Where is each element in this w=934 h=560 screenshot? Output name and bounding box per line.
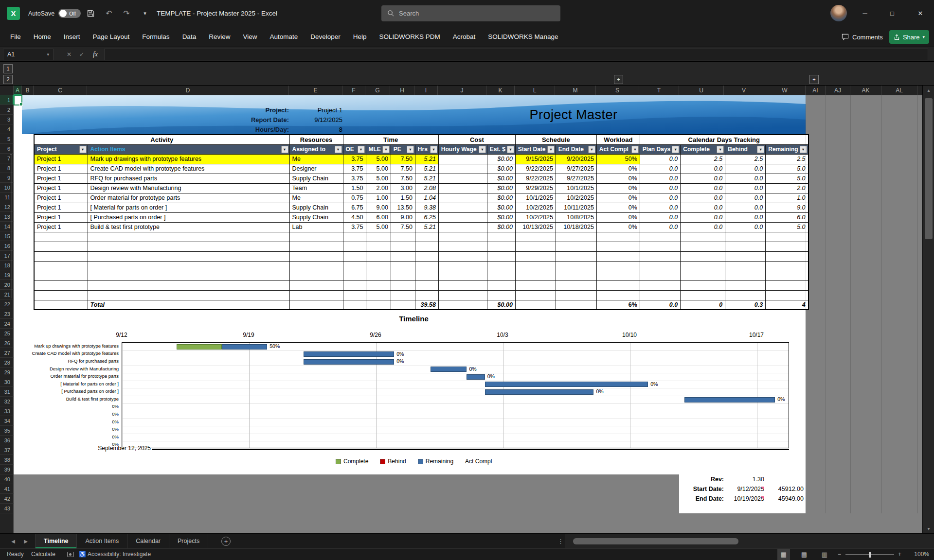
cell-empty[interactable] — [438, 271, 487, 280]
cell-empty[interactable] — [34, 232, 88, 242]
column-header-M[interactable]: M — [555, 86, 596, 95]
cell-mle[interactable]: 5.00 — [366, 222, 391, 232]
filter-dropdown-icon[interactable]: ▼ — [430, 146, 437, 153]
cell-empty[interactable] — [438, 290, 487, 300]
page-break-view-icon[interactable]: ▥ — [818, 549, 831, 560]
cell-remaining[interactable]: 5.0 — [766, 174, 808, 183]
cell-hrs[interactable]: 5.21 — [415, 154, 438, 164]
project-table[interactable]: ActivityResourcesTimeCostScheduleWorkloa… — [34, 134, 809, 310]
column-header-T[interactable]: T — [639, 86, 679, 95]
cell-est[interactable]: $0.00 — [487, 203, 515, 212]
cell-empty[interactable] — [487, 261, 515, 271]
cell-empty[interactable] — [88, 261, 289, 271]
cell-pe[interactable]: 13.50 — [391, 203, 415, 212]
cell-oe[interactable]: 3.75 — [343, 174, 366, 183]
customize-toolbar-button[interactable]: ▾ — [138, 0, 152, 27]
column-filter-header-project[interactable]: Project▼ — [34, 144, 88, 154]
gantt-bar-remaining[interactable] — [485, 382, 648, 387]
cell-empty[interactable] — [487, 232, 515, 242]
row-header-42[interactable]: 42 — [0, 494, 14, 504]
cell-empty[interactable] — [725, 251, 766, 261]
cell-hourly_wage[interactable] — [438, 203, 487, 212]
cell-plan_days[interactable]: 0.0 — [640, 212, 680, 222]
column-header-F[interactable]: F — [342, 86, 365, 95]
cell-pe[interactable]: 9.00 — [391, 212, 415, 222]
active-cell-selection[interactable] — [14, 95, 22, 105]
cell-empty[interactable] — [681, 251, 725, 261]
column-filter-header-est[interactable]: Est. $▼ — [487, 144, 515, 154]
cell-empty[interactable] — [415, 251, 438, 261]
total-remaining[interactable]: 4 — [766, 300, 808, 310]
cell-empty[interactable] — [515, 232, 556, 242]
cell-activity[interactable]: Order material for prototype parts — [88, 193, 289, 203]
rev-label[interactable]: Rev: — [679, 476, 724, 483]
row-header-32[interactable]: 32 — [0, 397, 14, 406]
cell-project[interactable]: Project 1 — [34, 222, 88, 232]
column-filter-header-remaining[interactable]: Remaining▼ — [766, 144, 808, 154]
cell-empty[interactable] — [415, 290, 438, 300]
ribbon-tab-file[interactable]: File — [4, 27, 27, 47]
ribbon-tab-developer[interactable]: Developer — [304, 27, 347, 47]
column-filter-header-pe[interactable]: PE▼ — [391, 144, 415, 154]
cell-empty[interactable] — [515, 261, 556, 271]
filter-dropdown-icon[interactable]: ▼ — [335, 146, 342, 153]
ribbon-tab-automate[interactable]: Automate — [263, 27, 304, 47]
column-filter-header-oe[interactable]: OE▼ — [343, 144, 366, 154]
save-button[interactable] — [84, 0, 97, 27]
cell-empty[interactable] — [487, 290, 515, 300]
cell-est[interactable]: $0.00 — [487, 174, 515, 183]
cell-empty[interactable] — [681, 242, 725, 251]
previous-sheet-button[interactable]: ◀ — [8, 534, 18, 549]
cell-empty[interactable] — [640, 271, 680, 280]
cell-empty[interactable] — [343, 271, 366, 280]
cell-pe[interactable]: 7.50 — [391, 164, 415, 174]
cell-project[interactable]: Project 1 — [34, 203, 88, 212]
column-header-U[interactable]: U — [679, 86, 724, 95]
row-header-1[interactable]: 1 — [0, 95, 14, 105]
cell-remaining[interactable]: 5.0 — [766, 164, 808, 174]
cell-empty[interactable] — [415, 232, 438, 242]
cell-remaining[interactable]: 6.0 — [766, 212, 808, 222]
cell-empty[interactable] — [438, 261, 487, 271]
cell-empty[interactable] — [415, 271, 438, 280]
cell-assigned_to[interactable]: Me — [289, 193, 343, 203]
column-header-A[interactable]: A — [14, 86, 22, 95]
cell-hourly_wage[interactable] — [438, 154, 487, 164]
cell-empty[interactable] — [438, 242, 487, 251]
cell-assigned_to[interactable]: Supply Chain — [289, 174, 343, 183]
cell-activity[interactable]: [ Material for parts on order ] — [88, 203, 289, 212]
ribbon-tab-formulas[interactable]: Formulas — [136, 27, 176, 47]
row-header-40[interactable]: 40 — [0, 474, 14, 484]
table-group-header-resources[interactable]: Resources — [289, 135, 343, 144]
cell-remaining[interactable]: 2.5 — [766, 154, 808, 164]
cell-oe[interactable]: 3.75 — [343, 222, 366, 232]
row-header-2[interactable]: 2 — [0, 105, 14, 115]
cell-empty[interactable] — [640, 280, 680, 290]
cell-empty[interactable] — [640, 232, 680, 242]
formula-input[interactable] — [104, 49, 928, 60]
scroll-up-icon[interactable]: ▴ — [923, 88, 934, 93]
column-header-G[interactable]: G — [365, 86, 390, 95]
cell-empty[interactable] — [766, 261, 808, 271]
cell-empty[interactable] — [725, 290, 766, 300]
cell-empty[interactable] — [88, 290, 289, 300]
cell-mle[interactable]: 5.00 — [366, 154, 391, 164]
column-filter-header-complete[interactable]: Complete▼ — [681, 144, 725, 154]
cell-assigned_to[interactable]: Lab — [289, 222, 343, 232]
cell-plan_days[interactable]: 0.0 — [640, 193, 680, 203]
cell-project[interactable]: Project 1 — [34, 154, 88, 164]
cell-end[interactable]: 10/18/2025 — [556, 222, 596, 232]
cell-hourly_wage[interactable] — [438, 164, 487, 174]
row-header-27[interactable]: 27 — [0, 348, 14, 358]
cell-assigned_to[interactable]: Supply Chain — [289, 203, 343, 212]
zoom-slider-knob[interactable] — [869, 552, 871, 558]
filter-dropdown-icon[interactable]: ▼ — [757, 146, 764, 153]
cell-plan_days[interactable]: 0.0 — [640, 154, 680, 164]
cell-oe[interactable]: 6.75 — [343, 203, 366, 212]
cell-empty[interactable] — [88, 242, 289, 251]
cell-activity[interactable]: [ Purchased parts on order ] — [88, 212, 289, 222]
cell-empty[interactable] — [289, 290, 343, 300]
cell-empty[interactable] — [343, 290, 366, 300]
cell-hrs[interactable]: 6.25 — [415, 212, 438, 222]
cell-empty[interactable] — [556, 290, 596, 300]
